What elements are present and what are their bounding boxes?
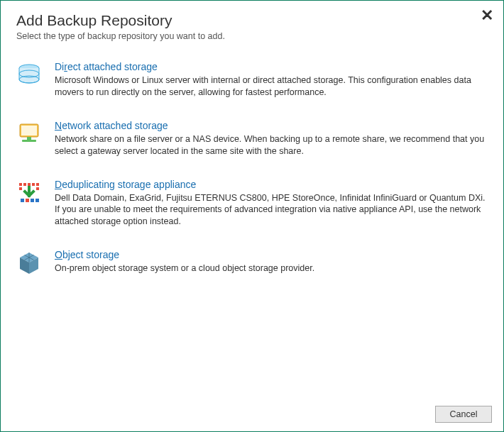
option-title: Direct attached storage — [55, 61, 488, 72]
svg-rect-10 — [32, 183, 35, 186]
option-description: On-prem object storage system or a cloud… — [55, 262, 488, 275]
svg-rect-17 — [35, 199, 39, 202]
page-subtitle: Select the type of backup repository you… — [16, 31, 488, 41]
svg-rect-5 — [27, 137, 31, 140]
svg-rect-6 — [22, 140, 36, 142]
option-title: Deduplicating storage appliance — [55, 179, 488, 190]
svg-rect-9 — [28, 183, 31, 186]
cube-icon — [16, 250, 42, 276]
option-description: Dell Data Domain, ExaGrid, Fujitsu ETERN… — [55, 192, 488, 228]
svg-rect-13 — [36, 187, 39, 190]
svg-rect-4 — [21, 126, 37, 135]
svg-rect-16 — [31, 199, 34, 202]
option-direct-attached[interactable]: Direct attached storage Microsoft Window… — [16, 61, 488, 99]
svg-rect-15 — [26, 199, 29, 202]
page-title: Add Backup Repository — [16, 12, 488, 29]
option-description: Network share on a file server or a NAS … — [55, 133, 488, 157]
cancel-button[interactable]: Cancel — [435, 406, 492, 423]
option-dedup[interactable]: Deduplicating storage appliance Dell Dat… — [16, 179, 488, 228]
svg-rect-11 — [36, 183, 39, 186]
svg-rect-12 — [19, 187, 22, 190]
option-title: Object storage — [55, 249, 488, 260]
disk-stack-icon — [16, 62, 42, 88]
svg-rect-7 — [19, 183, 22, 186]
nas-icon — [16, 121, 42, 147]
options-list: Direct attached storage Microsoft Window… — [1, 47, 503, 276]
option-description: Microsoft Windows or Linux server with i… — [55, 74, 488, 99]
svg-rect-8 — [23, 183, 26, 186]
option-title: Network attached storage — [55, 120, 488, 131]
svg-rect-14 — [21, 199, 24, 202]
dialog-footer: Cancel — [1, 397, 503, 431]
dedup-icon — [16, 180, 42, 206]
dialog-header: Add Backup Repository Select the type of… — [1, 1, 503, 47]
close-icon[interactable]: ✕ — [481, 8, 493, 23]
option-nas[interactable]: Network attached storage Network share o… — [16, 120, 488, 157]
option-object[interactable]: Object storage On-prem object storage sy… — [16, 249, 488, 276]
